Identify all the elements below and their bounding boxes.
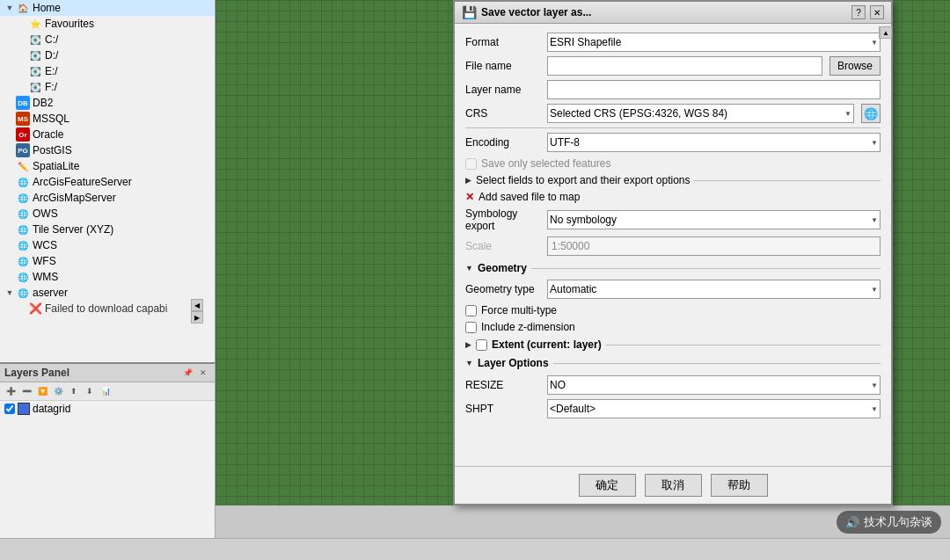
crs-select-wrapper: Selected CRS (EPSG:4326, WGS 84) [547,104,854,123]
add-to-map-row: ✕ Add saved file to map [465,190,881,204]
resize-select[interactable]: NO [547,375,881,395]
scale-row: Scale [465,236,881,256]
layer-color-swatch [18,403,30,415]
symbology-select[interactable]: No symbology [547,210,881,229]
geometry-type-row: Geometry type Automatic [465,280,881,299]
geometry-type-select-wrapper: Automatic [547,280,881,299]
postgis-icon: PG [16,143,30,157]
dialog-scrollbar: ▲ ▼ [879,26,891,39]
tree-item-d[interactable]: 💽 D:/ [0,47,215,63]
scale-input[interactable] [547,236,881,256]
dialog-help-button[interactable]: ? [851,5,866,19]
layername-input[interactable] [547,80,881,99]
layer-menu-button[interactable]: ⚙️ [51,384,65,398]
tree-item-wcs[interactable]: 🌐 WCS [0,237,215,253]
filter-button[interactable]: 🔽 [35,384,49,398]
remove-layer-button[interactable]: ➖ [19,384,33,398]
tree-item-wms[interactable]: 🌐 WMS [0,269,215,285]
crs-label: CRS [465,107,540,120]
save-selected-checkbox[interactable] [465,158,477,170]
error-icon: ❌ [28,302,42,316]
layername-row: Layer name [465,80,881,99]
crs-row: CRS Selected CRS (EPSG:4326, WGS 84) 🌐 [465,104,881,123]
watermark-text: 技术几句杂谈 [864,514,932,530]
tree-item-tileserver[interactable]: 🌐 Tile Server (XYZ) [0,222,215,237]
add-layer-button[interactable]: ➕ [4,384,18,398]
filename-input[interactable] [547,56,822,76]
select-fields-triangle: ▶ [465,176,471,185]
drive-f-icon: 💽 [28,80,42,94]
browse-button[interactable]: Browse [829,56,881,76]
tree-item-e[interactable]: 💽 E:/ [0,63,215,79]
scroll-left-right[interactable]: ▶ [191,311,203,324]
crs-globe-button[interactable]: 🌐 [861,104,881,123]
include-z-checkbox[interactable] [465,322,477,333]
oracle-icon: Or [16,127,30,142]
tree-item-wfs[interactable]: 🌐 WFS [0,253,215,269]
symbology-row: Symbology export No symbology [465,207,881,232]
layer-name-label: datagrid [33,403,70,415]
select-fields-section[interactable]: ▶ Select fields to export and their expo… [465,174,881,186]
drive-c-icon: 💽 [28,33,42,47]
tree-item-favourites[interactable]: ⭐ Favourites [0,16,215,32]
tree-item-oracle[interactable]: Or Oracle [0,127,215,142]
tree-item-home[interactable]: ▼ 🏠 Home [0,0,215,16]
tree-item-failed: ❌ Failed to download capabi [0,301,215,316]
layer-visibility-checkbox[interactable] [4,404,15,414]
geometry-type-select[interactable]: Automatic [547,280,881,299]
move-up-button[interactable]: ⬆ [67,384,81,398]
select-fields-label: Select fields to export and their export… [476,174,690,186]
add-to-map-label: Add saved file to map [479,191,580,203]
help-button[interactable]: 帮助 [711,474,768,497]
expand-favourites [16,18,28,30]
tree-item-postgis[interactable]: PG PostGIS [0,142,215,158]
encoding-select-wrapper: UTF-8 [547,133,881,152]
move-down-button[interactable]: ⬇ [83,384,97,398]
expand-aserver[interactable]: ▼ [4,287,16,299]
format-row: Format ESRI Shapefile [465,33,881,52]
tree-item-f[interactable]: 💽 F:/ [0,79,215,95]
extent-line [606,345,881,345]
symbology-select-wrapper: No symbology [547,210,881,229]
tree-item-spatialite[interactable]: ✏️ SpatiaLite [0,158,215,174]
shpt-select[interactable]: <Default> [547,399,881,418]
force-multi-row: Force multi-type [465,303,881,317]
dialog-scroll-up[interactable]: ▲ [880,26,892,39]
layer-options-button[interactable]: 📊 [99,384,113,398]
encoding-row: Encoding UTF-8 [465,133,881,152]
mssql-icon: MS [16,112,30,126]
include-z-label: Include z-dimension [481,321,575,333]
extent-checkbox[interactable] [476,339,487,351]
shpt-select-wrapper: <Default> [547,399,881,418]
geometry-triangle: ▼ [465,264,473,273]
tree-item-aserver[interactable]: ▼ 🌐 aserver [0,285,215,301]
expand-home[interactable]: ▼ [4,2,16,14]
drive-d-icon: 💽 [28,48,42,62]
force-multi-checkbox[interactable] [465,305,477,316]
geometry-section-header: ▼ Geometry [465,260,881,276]
layer-entry-datagrid[interactable]: datagrid [0,401,215,417]
scroll-left-up[interactable]: ◀ [191,299,203,311]
cancel-button[interactable]: 取消 [645,474,702,497]
tree-item-c[interactable]: 💽 C:/ [0,32,215,47]
extent-section[interactable]: ▶ Extent (current: layer) [465,338,881,351]
arcgisfeature-icon: 🌐 [16,175,30,189]
layers-panel-header: Layers Panel 📌 ✕ [0,364,215,382]
tree-item-db2[interactable]: DB DB2 [0,95,215,111]
dialog-titlebar: 💾 Save vector layer as... ? ✕ [455,2,891,24]
tree-item-mssql[interactable]: MS MSSQL [0,111,215,127]
tree-item-arcgisfeature[interactable]: 🌐 ArcGisFeatureServer [0,174,215,190]
tree-item-arcgismap[interactable]: 🌐 ArcGisMapServer [0,190,215,206]
encoding-select[interactable]: UTF-8 [547,133,881,152]
ok-button[interactable]: 确定 [579,474,636,497]
select-fields-line [694,180,881,181]
dialog-close-button[interactable]: ✕ [870,5,884,19]
panel-pin-button[interactable]: 📌 [180,366,194,380]
format-select[interactable]: ESRI Shapefile [547,33,881,52]
crs-select[interactable]: Selected CRS (EPSG:4326, WGS 84) [547,104,854,123]
dialog-content-area: Format ESRI Shapefile File name Browse L… [455,24,891,455]
extent-triangle: ▶ [465,340,471,349]
panel-close-button[interactable]: ✕ [196,366,210,380]
tree-item-ows[interactable]: 🌐 OWS [0,206,215,222]
db2-icon: DB [16,96,30,110]
